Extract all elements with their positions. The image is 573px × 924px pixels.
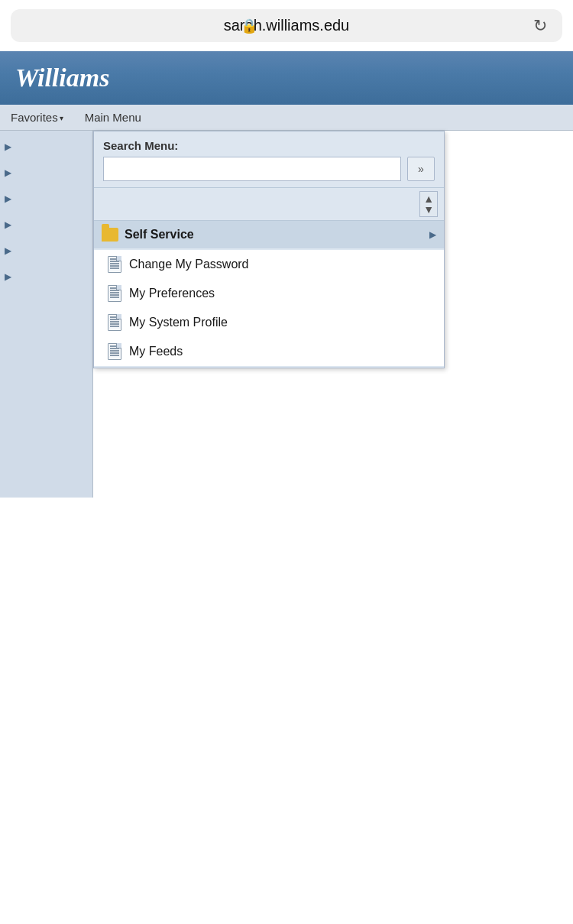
menu-item-my-preferences[interactable]: My Preferences — [94, 279, 444, 308]
menu-item-label-my-preferences: My Preferences — [129, 287, 215, 300]
menu-item-my-system-profile[interactable]: My System Profile — [94, 308, 444, 337]
app-header: Williams — [0, 51, 573, 105]
main-menu-label: Main Menu — [85, 111, 141, 124]
sidebar-arrow-6: ▶ — [5, 271, 11, 282]
williams-logo: Williams — [15, 63, 109, 92]
self-service-folder[interactable]: Self Service ▶ — [94, 221, 444, 248]
nav-favorites[interactable]: Favorites ▾ — [0, 105, 74, 130]
folder-icon — [102, 228, 118, 242]
doc-icon-change-password — [108, 256, 121, 273]
doc-icon-my-system-profile — [108, 314, 121, 331]
search-label: Search Menu: — [103, 139, 435, 152]
self-service-arrow-icon: ▶ — [429, 229, 436, 240]
search-input[interactable] — [103, 157, 401, 181]
nav-main-menu[interactable]: Main Menu — [74, 105, 152, 130]
sidebar-arrow-1: ▶ — [5, 141, 11, 152]
sidebar-arrow-4: ▶ — [5, 219, 11, 230]
lock-icon: 🔒 — [241, 18, 257, 34]
sort-down-icon: ▼ — [423, 204, 434, 215]
sidebar-arrow-5: ▶ — [5, 245, 11, 256]
sort-button[interactable]: ▲ ▼ — [419, 191, 438, 217]
sort-controls: ▲ ▼ — [94, 188, 444, 221]
sidebar-item-3[interactable]: ▶ — [0, 186, 92, 212]
doc-icon-my-preferences — [108, 285, 121, 302]
search-go-button[interactable]: » — [407, 157, 435, 181]
menu-item-label-change-password: Change My Password — [129, 258, 249, 271]
menu-items-list: Change My Password My Preferences My Sys… — [94, 248, 444, 368]
menu-item-label-my-feeds: My Feeds — [129, 345, 183, 358]
menu-item-label-my-system-profile: My System Profile — [129, 316, 228, 329]
menu-item-change-password[interactable]: Change My Password — [94, 250, 444, 279]
sidebar-item-5[interactable]: ▶ — [0, 238, 92, 264]
self-service-label: Self Service — [125, 228, 429, 242]
sort-up-icon: ▲ — [423, 193, 434, 204]
sidebar-item-1[interactable]: ▶ — [0, 134, 92, 160]
refresh-icon[interactable]: ↻ — [533, 16, 547, 36]
sidebar-item-2[interactable]: ▶ — [0, 160, 92, 186]
dropdown-menu: Search Menu: » ▲ ▼ Self Service ▶ Change… — [93, 131, 445, 368]
nav-bar: Favorites ▾ Main Menu — [0, 105, 573, 131]
sidebar: ▶ ▶ ▶ ▶ ▶ ▶ — [0, 131, 93, 498]
menu-item-my-feeds[interactable]: My Feeds — [94, 337, 444, 366]
search-row: » — [103, 157, 435, 181]
browser-address-bar[interactable]: 🔒 sarah.williams.edu ↻ — [11, 9, 562, 42]
main-area: ▶ ▶ ▶ ▶ ▶ ▶ Search Menu: » — [0, 131, 573, 498]
sidebar-arrow-3: ▶ — [5, 193, 11, 204]
sidebar-item-4[interactable]: ▶ — [0, 212, 92, 238]
favorites-chevron-icon: ▾ — [60, 114, 63, 122]
favorites-label: Favorites — [11, 111, 58, 124]
doc-icon-my-feeds — [108, 343, 121, 360]
search-section: Search Menu: » — [94, 131, 444, 188]
sidebar-item-6[interactable]: ▶ — [0, 264, 92, 290]
sidebar-arrow-2: ▶ — [5, 167, 11, 178]
